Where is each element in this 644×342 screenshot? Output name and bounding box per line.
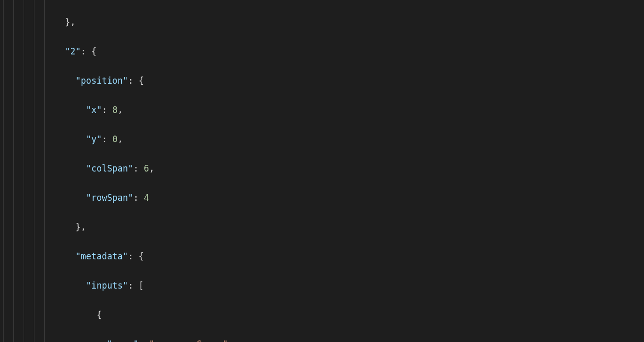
code-line[interactable]: { <box>54 308 644 322</box>
json-number: 4 <box>144 193 149 203</box>
code-editor[interactable]: }, "2": { "position": { "x": 8, "y": 0, … <box>0 0 644 342</box>
json-key: inputs <box>91 280 123 291</box>
code-block[interactable]: }, "2": { "position": { "x": 8, "y": 0, … <box>54 0 644 342</box>
indent-guides <box>0 0 54 342</box>
code-line[interactable]: "position": { <box>54 73 644 88</box>
json-number: 0 <box>112 134 118 144</box>
json-number: 8 <box>112 105 118 115</box>
json-key: name <box>112 339 134 343</box>
code-line[interactable]: "x": 8, <box>54 103 644 118</box>
json-key: position <box>81 75 123 86</box>
json-key: rowSpan <box>91 193 128 203</box>
json-key: colSpan <box>91 163 128 174</box>
code-line[interactable]: }, <box>54 15 644 30</box>
json-key: metadata <box>81 251 123 261</box>
json-key: 2 <box>70 46 75 56</box>
code-line[interactable]: "name": "resourceGroup", <box>54 337 644 343</box>
code-line[interactable]: "rowSpan": 4 <box>54 191 644 205</box>
json-key: x <box>91 105 97 115</box>
code-line[interactable]: }, <box>54 220 644 235</box>
code-line[interactable]: "colSpan": 6, <box>54 161 644 176</box>
code-line[interactable]: "inputs": [ <box>54 278 644 293</box>
json-number: 6 <box>144 163 149 174</box>
json-key: y <box>91 134 97 144</box>
code-line[interactable]: "metadata": { <box>54 249 644 264</box>
code-line[interactable]: "y": 0, <box>54 132 644 147</box>
json-string: resourceGroup <box>155 339 223 343</box>
code-line[interactable]: "2": { <box>54 44 644 59</box>
